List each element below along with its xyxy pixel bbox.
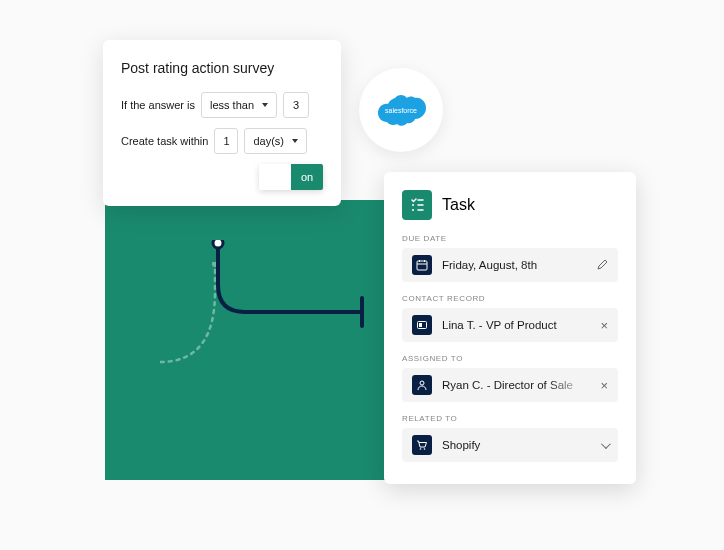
due-date-input[interactable]: Friday, August, 8th	[402, 248, 618, 282]
svg-rect-9	[417, 261, 427, 270]
threshold-input[interactable]: 3	[283, 92, 309, 118]
contact-record-field: CONTACT RECORD Lina T. - VP of Product ×	[402, 294, 618, 342]
salesforce-icon: salesforce	[375, 92, 427, 128]
chevron-down-icon	[262, 103, 268, 107]
duration-unit-select[interactable]: day(s)	[244, 128, 307, 154]
assigned-to-label: ASSIGNED TO	[402, 354, 618, 363]
due-date-field: DUE DATE Friday, August, 8th	[402, 234, 618, 282]
salesforce-badge: salesforce	[359, 68, 443, 152]
related-to-select[interactable]: Shopify	[402, 428, 618, 462]
edit-icon[interactable]	[596, 259, 608, 271]
survey-toggle[interactable]: on	[259, 164, 323, 190]
contact-record-input[interactable]: Lina T. - VP of Product ×	[402, 308, 618, 342]
assigned-to-input[interactable]: Ryan C. - Director of Sale ×	[402, 368, 618, 402]
svg-text:salesforce: salesforce	[385, 107, 417, 114]
toggle-off-slot	[259, 164, 291, 190]
operator-select[interactable]: less than	[201, 92, 277, 118]
task-title: Task	[442, 196, 475, 214]
svg-point-15	[420, 381, 424, 385]
svg-point-17	[424, 448, 426, 450]
chevron-down-icon[interactable]	[601, 442, 608, 449]
record-icon	[412, 315, 432, 335]
svg-point-7	[412, 209, 414, 211]
task-header: Task	[402, 190, 618, 220]
task-card: Task DUE DATE Friday, August, 8th CONTAC…	[384, 172, 636, 484]
survey-title: Post rating action survey	[121, 60, 323, 76]
person-icon	[412, 375, 432, 395]
clear-icon[interactable]: ×	[600, 379, 608, 392]
clear-icon[interactable]: ×	[600, 319, 608, 332]
due-date-label: DUE DATE	[402, 234, 618, 243]
svg-rect-14	[419, 323, 422, 327]
svg-point-5	[412, 204, 414, 206]
survey-card: Post rating action survey If the answer …	[103, 40, 341, 206]
calendar-icon	[412, 255, 432, 275]
related-to-field: RELATED TO Shopify	[402, 414, 618, 462]
condition-label: If the answer is	[121, 99, 195, 111]
toggle-on-slot: on	[291, 164, 323, 190]
svg-point-16	[420, 448, 422, 450]
contact-record-label: CONTACT RECORD	[402, 294, 618, 303]
duration-value-input[interactable]: 1	[214, 128, 238, 154]
assigned-to-field: ASSIGNED TO Ryan C. - Director of Sale ×	[402, 354, 618, 402]
create-label: Create task within	[121, 135, 208, 147]
task-list-icon	[402, 190, 432, 220]
cart-icon	[412, 435, 432, 455]
create-task-row: Create task within 1 day(s)	[121, 128, 323, 154]
condition-row: If the answer is less than 3	[121, 92, 323, 118]
chevron-down-icon	[292, 139, 298, 143]
related-to-label: RELATED TO	[402, 414, 618, 423]
